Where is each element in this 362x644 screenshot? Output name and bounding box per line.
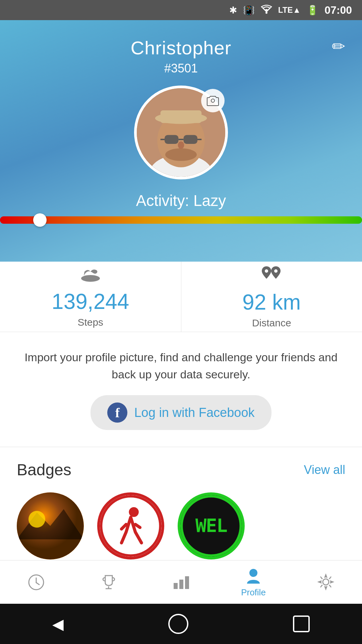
system-navigation-bar: ◀ bbox=[0, 604, 362, 644]
view-all-badges-button[interactable]: View all bbox=[304, 463, 345, 477]
svg-point-13 bbox=[178, 141, 184, 149]
recents-square-icon bbox=[293, 615, 310, 632]
facebook-login-button[interactable]: f Log in with Facebook bbox=[90, 395, 271, 430]
steps-icon bbox=[80, 266, 101, 286]
clock-icon bbox=[28, 574, 45, 591]
badge-item-3[interactable]: WEL bbox=[178, 492, 245, 559]
change-photo-button[interactable] bbox=[201, 89, 225, 112]
back-button[interactable]: ◀ bbox=[52, 615, 64, 633]
trophy-icon bbox=[100, 573, 118, 591]
nav-profile-label: Profile bbox=[241, 587, 266, 598]
chart-icon bbox=[172, 573, 190, 591]
steps-stat: 139,244 Steps bbox=[0, 262, 181, 332]
svg-text:WEL: WEL bbox=[195, 515, 227, 536]
recents-button[interactable] bbox=[293, 615, 310, 632]
bluetooth-icon: ✱ bbox=[229, 5, 237, 16]
stats-section: 139,244 Steps 92 km Distance bbox=[0, 262, 362, 332]
svg-line-25 bbox=[36, 583, 39, 585]
activity-label: Activity: Lazy bbox=[136, 192, 226, 210]
badge-item-1[interactable] bbox=[17, 492, 84, 559]
svg-rect-7 bbox=[165, 135, 178, 144]
distance-label: Distance bbox=[252, 317, 291, 329]
svg-point-0 bbox=[265, 12, 267, 14]
wifi-icon bbox=[261, 4, 272, 16]
steps-label: Steps bbox=[77, 317, 103, 328]
profile-icon bbox=[244, 567, 263, 585]
facebook-login-label: Log in with Facebook bbox=[134, 406, 254, 420]
facebook-description: Import your profile picture, find and ch… bbox=[20, 349, 342, 383]
svg-point-18 bbox=[28, 511, 45, 528]
bottom-navigation: Profile bbox=[0, 560, 362, 604]
activity-bar-thumb bbox=[33, 213, 47, 227]
svg-rect-30 bbox=[185, 576, 189, 589]
status-bar: ✱ 📳 LTE▲ 🔋 07:00 bbox=[0, 0, 362, 20]
svg-rect-6 bbox=[161, 110, 202, 123]
svg-point-19 bbox=[101, 496, 161, 556]
svg-point-16 bbox=[274, 269, 278, 273]
svg-point-15 bbox=[265, 269, 268, 273]
home-circle-icon bbox=[168, 614, 188, 634]
gear-icon bbox=[317, 573, 335, 591]
profile-hero: ✏ Christopher #3501 bbox=[0, 20, 362, 262]
distance-icon bbox=[260, 265, 283, 287]
battery-icon: 🔋 bbox=[307, 5, 318, 16]
nav-stats[interactable] bbox=[145, 560, 217, 604]
nav-achievements[interactable] bbox=[72, 560, 145, 604]
svg-point-14 bbox=[81, 275, 100, 282]
status-time: 07:00 bbox=[324, 4, 352, 16]
svg-rect-29 bbox=[179, 580, 183, 589]
activity-bar bbox=[0, 216, 362, 230]
svg-point-31 bbox=[249, 569, 257, 577]
badges-header: Badges View all bbox=[17, 461, 345, 479]
svg-point-12 bbox=[165, 148, 197, 161]
edit-profile-button[interactable]: ✏ bbox=[332, 37, 345, 56]
activity-bar-track bbox=[0, 216, 362, 224]
distance-stat: 92 km Distance bbox=[181, 262, 362, 332]
user-id: #3501 bbox=[164, 61, 198, 75]
vibrate-icon: 📳 bbox=[243, 5, 255, 16]
svg-point-32 bbox=[323, 579, 329, 585]
avatar-container bbox=[134, 86, 228, 179]
nav-settings[interactable] bbox=[290, 560, 362, 604]
home-button[interactable] bbox=[168, 614, 188, 634]
svg-rect-28 bbox=[174, 583, 178, 589]
distance-value: 92 km bbox=[242, 290, 301, 315]
steps-value: 139,244 bbox=[52, 289, 129, 314]
facebook-logo-icon: f bbox=[107, 402, 127, 423]
badges-title: Badges bbox=[17, 461, 71, 479]
lte-icon: LTE▲ bbox=[278, 5, 301, 15]
badges-section: Badges View all bbox=[0, 447, 362, 570]
user-name: Christopher bbox=[131, 37, 231, 59]
badge-item-2[interactable] bbox=[97, 492, 164, 559]
svg-point-20 bbox=[129, 507, 138, 517]
nav-profile[interactable]: Profile bbox=[217, 560, 290, 604]
badges-list: WEL bbox=[17, 492, 345, 559]
nav-history[interactable] bbox=[0, 560, 72, 604]
facebook-section: Import your profile picture, find and ch… bbox=[0, 332, 362, 447]
svg-rect-8 bbox=[184, 135, 197, 144]
